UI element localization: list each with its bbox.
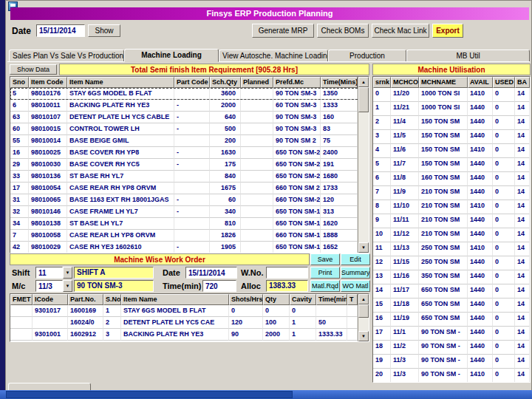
column-header-sno[interactable]: Sno bbox=[10, 77, 29, 88]
shift-input[interactable] bbox=[35, 267, 63, 279]
table-row[interactable]: 411/6150 TON SM1410014 bbox=[373, 144, 530, 158]
column-header-part-code[interactable]: Part Code bbox=[174, 77, 210, 88]
table-row[interactable]: 1111/13250 TON SM1410014 bbox=[373, 242, 530, 256]
table-row[interactable]: 930101716001691STAY 6GS MODEL B FLAT000 bbox=[10, 305, 369, 317]
save-button[interactable]: Save bbox=[310, 253, 340, 265]
print-button[interactable]: Print bbox=[310, 267, 340, 279]
mc-dropdown-icon[interactable]: ▼ bbox=[63, 280, 72, 292]
table-row[interactable]: 1211/15250 TON SM1440014 bbox=[373, 256, 530, 270]
column-header-time-mins-[interactable]: Time(Mins) bbox=[321, 77, 358, 88]
table-row[interactable]: 1698010025BASE COVER RH YP8-1630650 TON … bbox=[10, 147, 369, 159]
table-row[interactable]: 6398010107DETENT PLATE LH YC5 CABLE-6409… bbox=[10, 112, 369, 123]
shift-dropdown-icon[interactable]: ▼ bbox=[63, 267, 72, 279]
table-row[interactable]: 011/201000 TON SI1410014 bbox=[373, 88, 530, 102]
table-row[interactable]: 798010058CASE REAR LH YP8 ORVM1826660 TO… bbox=[10, 230, 369, 242]
summary-button[interactable]: Summary bbox=[341, 267, 370, 279]
column-header-mchco[interactable]: MCHCO bbox=[391, 77, 419, 88]
mc-input[interactable] bbox=[35, 280, 63, 292]
tab-view-autosche-machine-loading[interactable]: View Autosche. Machine Loading bbox=[219, 50, 328, 62]
scrollbar-thumb[interactable] bbox=[6, 391, 293, 398]
table-row[interactable]: 1411/17650 TON SM1440014 bbox=[373, 284, 530, 299]
date-input[interactable] bbox=[36, 24, 85, 37]
table-row[interactable]: 1311/16350 TON SM1440014 bbox=[373, 270, 530, 284]
table-row[interactable]: 16024/02DETENT PLATE LH YC5 CAE120100150 bbox=[10, 317, 369, 329]
tab-sales-plan[interactable]: Sales Plan Vs Sale Vs Production bbox=[9, 50, 124, 62]
time-input[interactable] bbox=[202, 280, 236, 292]
table-row[interactable]: 2998010030BASE COVER RH YC5-175650 TON S… bbox=[10, 159, 369, 171]
table-row[interactable]: 3198010065BASE 1163 EXT RH 18001JGAS-606… bbox=[10, 194, 369, 206]
vertical-scrollbar[interactable]: ▲ ▼ bbox=[358, 294, 369, 341]
scrollbar-thumb[interactable] bbox=[358, 87, 369, 112]
table-row[interactable]: 1611/19650 TON SM1440014 bbox=[373, 313, 530, 327]
column-header-item-code[interactable]: Item Code bbox=[29, 77, 67, 88]
column-header-item-name[interactable]: Item Name bbox=[67, 77, 174, 88]
scroll-down-icon[interactable]: ▼ bbox=[358, 242, 369, 253]
check-boms-button[interactable]: Check BOMs bbox=[317, 24, 369, 38]
column-header-t[interactable]: T bbox=[347, 294, 358, 305]
generate-mrp-button[interactable]: Generate MRP bbox=[252, 24, 314, 38]
column-header-planned[interactable]: Planned bbox=[241, 77, 273, 88]
show-button[interactable]: Show bbox=[88, 24, 120, 37]
table-row[interactable]: 4298010029CASE RH YE3 1602610-1905650 TO… bbox=[10, 242, 369, 253]
table-row[interactable]: 1711/190 TON SM -1440014 bbox=[373, 327, 530, 341]
table-row[interactable]: 930100116029123BACKING PLATE RH YE390200… bbox=[10, 329, 369, 341]
column-header-icode[interactable]: ICode bbox=[33, 294, 68, 305]
column-header-sch-qty[interactable]: Sch.Qty bbox=[210, 77, 241, 88]
tab-production[interactable]: Production bbox=[328, 50, 406, 62]
table-row[interactable]: 1911/390 TON SM -1440014 bbox=[373, 355, 530, 369]
column-header-mchname[interactable]: MCHNAME bbox=[419, 77, 468, 88]
table-row[interactable]: 311/5150 TON SM1440014 bbox=[373, 130, 530, 144]
table-row[interactable]: 111/211000 TON SI1440014 bbox=[373, 102, 530, 116]
column-header-ba[interactable]: BA bbox=[515, 77, 530, 88]
cell: 98010011 bbox=[29, 100, 67, 112]
table-row[interactable]: 698010011BACKING PLATE RH YE3-200060 TON… bbox=[10, 100, 369, 112]
column-header-time-min-[interactable]: Time(min) bbox=[316, 294, 347, 305]
edit-button[interactable]: Edit bbox=[341, 253, 370, 265]
column-header-prefd-mc[interactable]: Prefd.Mc bbox=[273, 77, 321, 88]
wo-date-input[interactable] bbox=[185, 267, 237, 279]
table-row[interactable]: 598010176STAY 6GS MODEL B FLAT360090 TON… bbox=[10, 88, 369, 100]
column-header-srnk[interactable]: srnk bbox=[373, 77, 391, 88]
cell: 14 bbox=[515, 214, 530, 228]
column-header-avail[interactable]: AVAIL bbox=[468, 77, 493, 88]
table-row[interactable]: 1811/290 TON SM -1440014 bbox=[373, 341, 530, 355]
table-row[interactable]: 2011/390 TON SM -1410014 bbox=[373, 369, 530, 382]
table-row[interactable]: 6098010015CONTROL TOWER LH-50090 TON SM-… bbox=[10, 123, 369, 135]
table-row[interactable]: 211/4150 TON SM1440014 bbox=[373, 116, 530, 130]
table-row[interactable]: 911/11210 TON SM1440014 bbox=[373, 214, 530, 228]
table-row[interactable]: 1798010054CASE REAR RH YP8 ORVM1675660 T… bbox=[10, 183, 369, 194]
table-row[interactable]: 511/7150 TON SM1440014 bbox=[373, 158, 530, 172]
scroll-up-icon[interactable]: ▲ bbox=[358, 77, 369, 87]
wo-matl-button[interactable]: WO Matl bbox=[341, 280, 370, 292]
wo-date-label: Date bbox=[163, 268, 180, 277]
wno-input[interactable] bbox=[266, 267, 308, 279]
horizontal-scrollbar[interactable] bbox=[0, 390, 532, 399]
table-row[interactable]: 3298010146CASE FRAME LH YL7-340650 TON S… bbox=[10, 206, 369, 218]
show-data-button[interactable]: Show Data bbox=[10, 64, 57, 75]
column-header-item-name[interactable]: Item Name bbox=[121, 294, 229, 305]
table-row[interactable]: 811/10210 TON SM1410014 bbox=[373, 200, 530, 214]
export-button[interactable]: Export bbox=[432, 24, 463, 38]
column-header-shots-hrs[interactable]: Shots/Hrs bbox=[229, 294, 263, 305]
scroll-down-icon[interactable]: ▼ bbox=[358, 331, 369, 341]
column-header-part-no-[interactable]: Part.No. bbox=[68, 294, 103, 305]
table-row[interactable]: 3498010138ST BASE LH YL7810650 TON SM-11… bbox=[10, 218, 369, 230]
tab-mb-util[interactable]: MB Util bbox=[406, 50, 530, 62]
matl-rqd-button[interactable]: Matl.Rqd bbox=[310, 280, 340, 292]
table-row[interactable]: 1011/12210 TON SM1440014 bbox=[373, 228, 530, 242]
table-row[interactable]: 711/9210 TON SM1440014 bbox=[373, 186, 530, 200]
table-row[interactable]: 3398010136ST BASE RH YL7840650 TON SM-21… bbox=[10, 171, 369, 183]
column-header-s-no[interactable]: S.No bbox=[103, 294, 121, 305]
table-row[interactable]: 611/8160 TON SM1440014 bbox=[373, 172, 530, 186]
column-header-qty[interactable]: Qty bbox=[263, 294, 290, 305]
scroll-up-icon[interactable]: ▲ bbox=[358, 294, 369, 304]
column-header-cavity[interactable]: Cavity bbox=[290, 294, 316, 305]
scrollbar-thumb[interactable] bbox=[358, 304, 369, 318]
tab-machine-loading[interactable]: Machine Loading bbox=[124, 49, 219, 62]
vertical-scrollbar[interactable]: ▲ ▼ bbox=[358, 77, 369, 253]
table-row[interactable]: 1511/18650 TON SM1440014 bbox=[373, 299, 530, 313]
column-header-fmet[interactable]: FMET bbox=[10, 294, 33, 305]
table-row[interactable]: 5598010014BASE BEIGE GMIL20090 TON SM 27… bbox=[10, 135, 369, 147]
column-header-used[interactable]: USED bbox=[493, 77, 515, 88]
check-mac-link-button[interactable]: Check Mac Link bbox=[372, 24, 429, 38]
